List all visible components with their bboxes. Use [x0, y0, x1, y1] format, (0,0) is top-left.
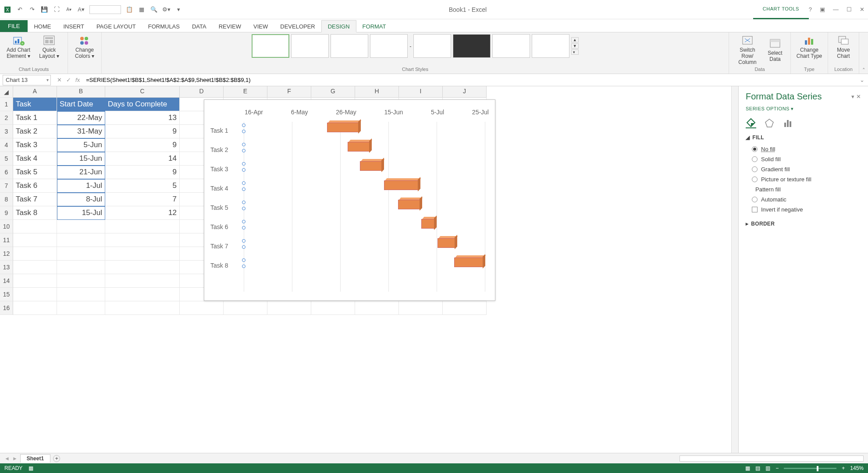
chart-bar[interactable]	[454, 258, 483, 267]
row-header[interactable]: 5	[0, 152, 13, 166]
font-decrease-icon[interactable]: A▾	[65, 6, 73, 14]
column-header[interactable]: I	[399, 86, 443, 97]
cell[interactable]	[13, 274, 57, 288]
border-section-header[interactable]: ▸BORDER	[746, 221, 861, 227]
tab-design[interactable]: DESIGN	[321, 20, 356, 32]
chart-bar[interactable]	[421, 219, 434, 229]
series-options-tab-icon[interactable]	[783, 118, 793, 128]
cell[interactable]	[105, 220, 180, 233]
cell[interactable]: 13	[105, 111, 180, 125]
cell[interactable]: 9	[105, 138, 180, 152]
cell[interactable]: Task 1	[13, 111, 57, 125]
new-sheet-icon[interactable]: ▦	[138, 6, 146, 14]
cell[interactable]	[355, 301, 399, 315]
chart-style-3[interactable]	[331, 34, 368, 58]
maximize-icon[interactable]: ☐	[847, 6, 852, 13]
sheet-nav-next-icon[interactable]: ►	[12, 455, 18, 462]
sheet-nav-prev-icon[interactable]: ◄	[4, 455, 10, 462]
cell[interactable]: 31-May	[57, 125, 105, 138]
column-header[interactable]: C	[105, 86, 180, 97]
cell[interactable]: 5	[105, 179, 180, 193]
cell[interactable]: Task 7	[13, 193, 57, 206]
tab-formulas[interactable]: FORMULAS	[142, 21, 186, 32]
cell[interactable]	[13, 233, 57, 247]
cell[interactable]	[180, 301, 224, 315]
formula-input[interactable]	[83, 77, 856, 83]
fx-icon[interactable]: fx	[75, 77, 80, 83]
change-chart-type-button[interactable]: Change Chart Type	[795, 34, 823, 60]
column-header[interactable]: D	[180, 86, 224, 97]
select-all-cell[interactable]: ◢	[0, 86, 13, 98]
chart-style-8[interactable]	[532, 34, 569, 58]
zoom-in-icon[interactable]: +	[842, 465, 845, 471]
help-icon[interactable]: ?	[809, 6, 812, 13]
row-header[interactable]: 16	[0, 301, 13, 315]
cell[interactable]	[105, 247, 180, 261]
row-header[interactable]: 6	[0, 166, 13, 179]
chart-bar[interactable]	[398, 200, 420, 209]
cell[interactable]	[105, 274, 180, 288]
embedded-chart[interactable]: 16-Apr6-May26-May15-Jun5-Jul25-JulTask 1…	[204, 99, 495, 301]
effects-tab-icon[interactable]	[764, 118, 775, 128]
cell[interactable]	[57, 288, 105, 301]
fill-automatic[interactable]: Automatic	[746, 194, 861, 205]
tab-developer[interactable]: DEVELOPER	[274, 21, 321, 32]
minimize-icon[interactable]: —	[833, 6, 839, 13]
cell[interactable]	[105, 233, 180, 247]
cell[interactable]: 22-May	[57, 111, 105, 125]
row-header[interactable]: 9	[0, 206, 13, 220]
column-header[interactable]: J	[443, 86, 487, 97]
chart-style-1[interactable]	[252, 34, 289, 58]
macros-icon[interactable]: ⚙▾	[162, 6, 170, 14]
cell[interactable]	[443, 301, 487, 315]
cell[interactable]	[13, 261, 57, 274]
new-sheet-icon[interactable]: +	[53, 455, 60, 462]
collapse-ribbon-icon[interactable]: ˄	[859, 32, 868, 74]
cell[interactable]: Task 2	[13, 125, 57, 138]
cell[interactable]: Task	[13, 98, 57, 111]
row-header[interactable]: 7	[0, 179, 13, 193]
chart-style-4[interactable]	[370, 34, 408, 58]
cell[interactable]: Task 8	[13, 206, 57, 220]
tab-view[interactable]: VIEW	[247, 21, 274, 32]
qat-customize-icon[interactable]: ▾	[174, 6, 182, 14]
cell[interactable]: 12	[105, 206, 180, 220]
undo-icon[interactable]: ↶	[16, 6, 24, 14]
fill-gradient[interactable]: Gradient fill	[746, 164, 861, 174]
row-header[interactable]: 8	[0, 193, 13, 206]
close-icon[interactable]: ✕	[860, 6, 864, 13]
switch-row-column-button[interactable]: Switch Row/ Column	[733, 34, 761, 65]
add-chart-element-button[interactable]: + Add Chart Element ▾	[4, 34, 32, 60]
tab-insert[interactable]: INSERT	[57, 21, 90, 32]
cell[interactable]	[399, 301, 443, 315]
cell[interactable]: 15-Jul	[57, 206, 105, 220]
cell[interactable]	[311, 301, 355, 315]
select-data-button[interactable]: Select Data	[764, 37, 786, 63]
cell[interactable]: Start Date	[57, 98, 105, 111]
tab-review[interactable]: REVIEW	[213, 21, 247, 32]
name-box[interactable]: Chart 13	[3, 75, 51, 85]
cell[interactable]	[57, 247, 105, 261]
cell[interactable]: 8-Jul	[57, 193, 105, 206]
row-header[interactable]: 1	[0, 98, 13, 111]
cell[interactable]: Task 4	[13, 152, 57, 166]
cell[interactable]	[57, 233, 105, 247]
row-header[interactable]: 14	[0, 274, 13, 288]
chart-bar[interactable]	[360, 161, 382, 171]
tab-format[interactable]: FORMAT	[356, 21, 392, 32]
cell[interactable]	[224, 301, 267, 315]
zoom-icon[interactable]: 🔍	[150, 6, 158, 14]
cell[interactable]: 9	[105, 166, 180, 179]
row-header[interactable]: 13	[0, 261, 13, 274]
styles-more-icon[interactable]: ▾	[571, 49, 579, 55]
chart-bar[interactable]	[327, 123, 359, 132]
chart-bar[interactable]	[348, 142, 370, 152]
cell[interactable]	[105, 288, 180, 301]
cell[interactable]: 21-Jun	[57, 166, 105, 179]
cell[interactable]: Task 5	[13, 166, 57, 179]
sheet-tab-sheet1[interactable]: Sheet1	[20, 454, 50, 462]
zoom-slider[interactable]	[784, 468, 836, 469]
quick-layout-button[interactable]: Quick Layout ▾	[35, 34, 63, 60]
view-page-layout-icon[interactable]: ▤	[755, 465, 760, 471]
chart-bar[interactable]	[384, 180, 418, 190]
